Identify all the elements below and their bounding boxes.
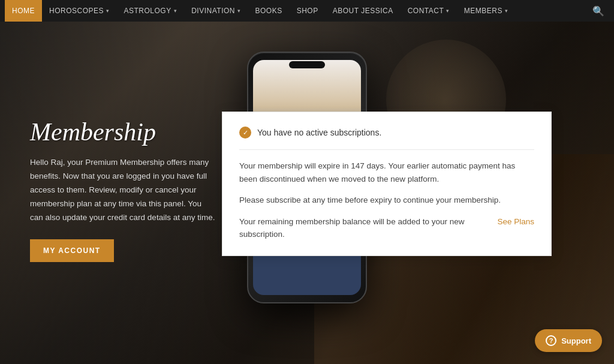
support-button[interactable]: ? Support	[535, 329, 602, 352]
info-card-header: ✓ You have no active subscriptions.	[239, 127, 534, 139]
chevron-down-icon: ▾	[446, 8, 450, 14]
hero-section: Membership Hello Raj, your Premium Membe…	[0, 22, 614, 364]
support-label: Support	[561, 336, 591, 345]
nav-item-shop[interactable]: SHOP	[290, 0, 326, 22]
nav-item-divination[interactable]: DIVINATION ▾	[184, 0, 248, 22]
chevron-down-icon: ▾	[505, 8, 508, 14]
nav-item-members[interactable]: MEMBERS ▾	[457, 0, 516, 22]
chevron-down-icon: ▾	[237, 8, 241, 14]
membership-description: Hello Raj, your Premium Membership offer…	[30, 156, 216, 225]
left-content: Membership Hello Raj, your Premium Membe…	[30, 118, 216, 262]
nav-item-astrology[interactable]: ASTROLOGY ▾	[117, 0, 185, 22]
chevron-down-icon: ▾	[106, 8, 110, 14]
no-subscriptions-text: You have no active subscriptions.	[257, 128, 381, 137]
divider	[239, 149, 534, 150]
see-plans-link[interactable]: See Plans	[497, 215, 534, 228]
subscribe-notice: Please subscribe at any time before expi…	[239, 194, 534, 207]
nav-item-horoscopes[interactable]: HOROSCOPES ▾	[42, 0, 117, 22]
main-navigation: HOME HOROSCOPES ▾ ASTROLOGY ▾ DIVINATION…	[0, 0, 614, 22]
info-card: ✓ You have no active subscriptions. Your…	[222, 112, 552, 256]
expiry-notice: Your membership will expire in 147 days.…	[239, 160, 534, 185]
nav-item-about-jessica[interactable]: ABOUT JESSICA	[326, 0, 401, 22]
page-title: Membership	[30, 118, 216, 146]
phone-notch	[289, 61, 325, 68]
nav-item-contact[interactable]: CONTACT ▾	[401, 0, 457, 22]
nav-item-home[interactable]: HOME	[5, 0, 42, 22]
nav-item-books[interactable]: BOOKS	[248, 0, 289, 22]
search-icon[interactable]: 🔍	[588, 5, 609, 17]
chevron-down-icon: ▾	[174, 8, 177, 14]
support-icon: ?	[546, 335, 556, 346]
balance-notice: Your remaining membership balance will b…	[239, 215, 534, 241]
my-account-button[interactable]: MY ACCOUNT	[30, 239, 114, 262]
check-icon: ✓	[239, 127, 251, 139]
